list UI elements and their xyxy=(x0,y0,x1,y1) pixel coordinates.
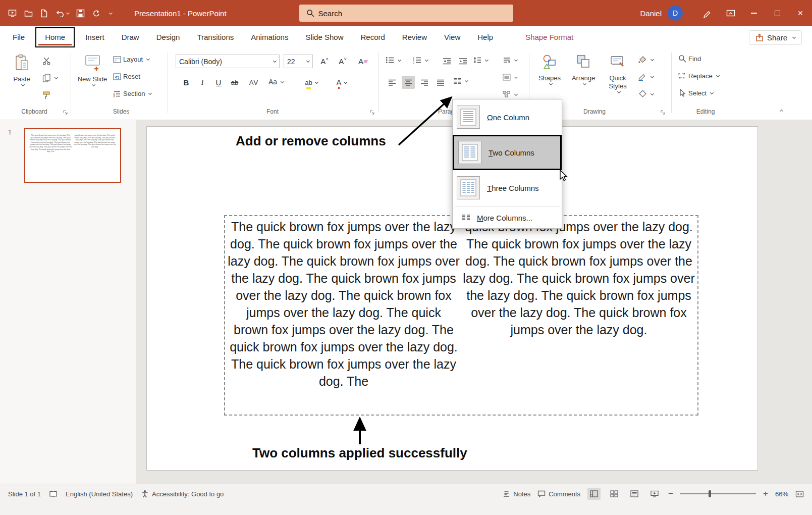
bold-button[interactable]: B xyxy=(180,76,193,89)
bullets-dropdown-icon[interactable] xyxy=(398,58,401,61)
tab-design[interactable]: Design xyxy=(148,26,189,48)
copy-button[interactable] xyxy=(42,74,58,82)
change-case-dropdown-icon[interactable] xyxy=(281,79,284,83)
quick-styles-button[interactable]: Quick Styles xyxy=(602,53,634,94)
customize-qat-icon[interactable] xyxy=(107,12,112,15)
new-file-icon[interactable] xyxy=(40,9,48,18)
tab-transitions[interactable]: Transitions xyxy=(188,26,242,48)
replace-button[interactable]: bc Replace xyxy=(678,72,719,80)
start-slideshow-icon[interactable] xyxy=(8,9,17,18)
italic-button[interactable]: I xyxy=(196,76,209,89)
fit-to-window-button[interactable] xyxy=(795,490,804,498)
decrease-font-size-button[interactable]: A˅ xyxy=(336,55,349,68)
drawing-dialog-launcher[interactable] xyxy=(660,109,666,115)
find-button[interactable]: Find xyxy=(678,55,701,63)
tab-shape-format[interactable]: Shape Format xyxy=(517,26,582,48)
cut-button[interactable] xyxy=(42,57,51,65)
reset-button[interactable]: Reset xyxy=(113,73,140,80)
tab-record[interactable]: Record xyxy=(352,26,393,48)
avatar[interactable]: D xyxy=(668,6,683,21)
font-size-dropdown-icon[interactable] xyxy=(306,59,310,63)
ribbon-display-options-icon[interactable] xyxy=(719,0,742,26)
smartart-dropdown-icon[interactable] xyxy=(514,92,518,95)
arrange-dropdown-icon[interactable] xyxy=(582,82,586,85)
format-painter-button[interactable] xyxy=(42,91,51,99)
save-button[interactable] xyxy=(76,9,85,18)
language-indicator[interactable]: English (United States) xyxy=(66,490,133,498)
shape-effects-dropdown-icon[interactable] xyxy=(651,91,654,95)
arrange-button[interactable]: Arrange xyxy=(568,53,599,86)
new-slide-dropdown-icon[interactable] xyxy=(91,83,95,86)
convert-smartart-button[interactable] xyxy=(503,91,517,98)
slide-thumbnail[interactable]: The quick brown fox jumps over the lazy … xyxy=(24,128,121,183)
line-spacing-dropdown-icon[interactable] xyxy=(485,58,489,61)
strikethrough-button[interactable]: ab xyxy=(228,76,241,89)
clipboard-dialog-launcher[interactable] xyxy=(63,109,69,115)
change-case-button[interactable]: Aa xyxy=(268,78,284,86)
zoom-in-button[interactable]: + xyxy=(763,489,768,499)
replace-dropdown-icon[interactable] xyxy=(716,73,720,77)
numbering-button[interactable]: 123 xyxy=(413,57,428,64)
share-dropdown-icon[interactable] xyxy=(792,35,796,38)
text-highlight-button[interactable]: ab xyxy=(305,76,318,89)
undo-button[interactable] xyxy=(55,9,69,17)
font-dialog-launcher[interactable] xyxy=(369,109,375,115)
shape-effects-button[interactable] xyxy=(638,90,654,98)
tab-review[interactable]: Review xyxy=(394,26,436,48)
font-family-select[interactable]: Calibri (Body) xyxy=(176,55,280,68)
tab-animations[interactable]: Animations xyxy=(242,26,297,48)
highlight-dropdown-icon[interactable] xyxy=(315,80,318,83)
paste-button[interactable]: Paste xyxy=(7,53,36,87)
accessibility-checker[interactable]: Accessibility: Good to go xyxy=(141,490,224,498)
open-icon[interactable] xyxy=(24,9,33,17)
font-color-dropdown-icon[interactable] xyxy=(344,80,347,83)
tab-slide-show[interactable]: Slide Show xyxy=(297,26,352,48)
character-spacing-button[interactable]: AV xyxy=(247,76,260,89)
select-button[interactable]: Select xyxy=(678,89,713,97)
shape-outline-button[interactable] xyxy=(638,73,654,81)
quick-styles-dropdown-icon[interactable] xyxy=(617,90,620,93)
tab-view[interactable]: View xyxy=(436,26,469,48)
text-direction-button[interactable] xyxy=(503,57,517,64)
tab-insert[interactable]: Insert xyxy=(77,26,113,48)
underline-button[interactable]: U xyxy=(212,76,225,89)
columns-button[interactable] xyxy=(453,78,468,84)
numbering-dropdown-icon[interactable] xyxy=(425,58,428,61)
shape-fill-dropdown-icon[interactable] xyxy=(651,57,654,61)
search-input[interactable]: Search xyxy=(299,5,513,22)
menu-item-one-column[interactable]: One Column xyxy=(453,99,562,135)
spell-check-icon[interactable] xyxy=(49,490,58,498)
shape-outline-dropdown-icon[interactable] xyxy=(651,74,654,78)
shape-fill-button[interactable] xyxy=(638,56,654,64)
copy-dropdown-icon[interactable] xyxy=(55,76,58,79)
font-color-button[interactable]: A xyxy=(335,76,348,89)
align-right-button[interactable] xyxy=(418,76,431,89)
increase-indent-button[interactable] xyxy=(456,55,469,68)
bullets-button[interactable] xyxy=(386,57,401,64)
collapse-ribbon-icon[interactable] xyxy=(780,110,783,113)
slideshow-view-button[interactable] xyxy=(648,488,661,500)
slide-indicator[interactable]: Slide 1 of 1 xyxy=(8,490,41,498)
tab-help[interactable]: Help xyxy=(469,26,502,48)
menu-item-two-columns[interactable]: Two Columns xyxy=(453,135,562,170)
zoom-out-button[interactable]: − xyxy=(668,489,673,499)
select-dropdown-icon[interactable] xyxy=(710,90,714,94)
comments-button[interactable]: Comments xyxy=(537,490,580,498)
align-center-button[interactable] xyxy=(402,76,415,89)
decrease-indent-button[interactable] xyxy=(440,55,453,68)
slide-sorter-view-button[interactable] xyxy=(608,488,621,500)
menu-item-more-columns[interactable]: More Columns... xyxy=(453,207,562,228)
user-name[interactable]: Daniel xyxy=(640,9,662,18)
zoom-level[interactable]: 66% xyxy=(775,490,788,498)
align-text-button[interactable] xyxy=(503,74,517,81)
tab-home[interactable]: Home xyxy=(35,27,75,47)
section-dropdown-icon[interactable] xyxy=(148,91,152,95)
paste-dropdown-icon[interactable] xyxy=(21,83,24,86)
close-button[interactable]: × xyxy=(789,0,812,26)
shapes-button[interactable]: Shapes xyxy=(535,53,564,86)
text-direction-dropdown-icon[interactable] xyxy=(514,58,518,61)
reading-view-button[interactable] xyxy=(628,488,641,500)
zoom-slider[interactable] xyxy=(680,493,756,494)
normal-view-button[interactable] xyxy=(587,488,601,500)
font-size-select[interactable]: 22 xyxy=(284,55,313,68)
